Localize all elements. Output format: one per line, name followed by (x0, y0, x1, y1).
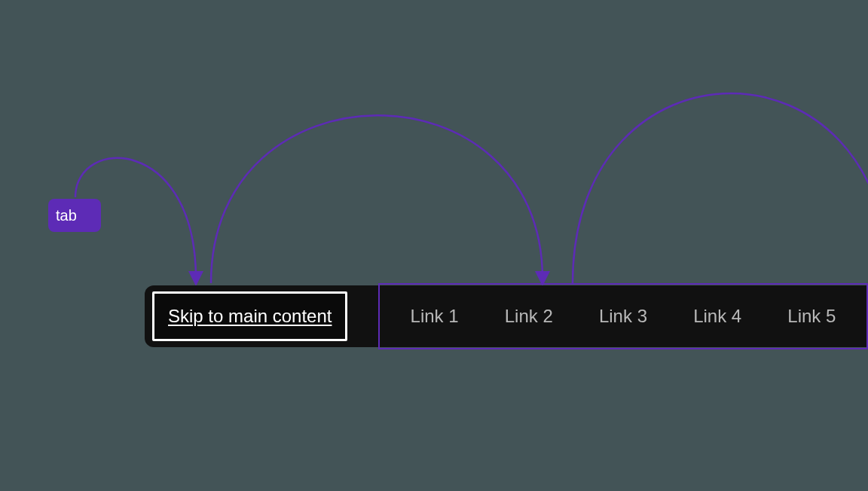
arc-links-to-main (573, 93, 868, 283)
nav-link-3[interactable]: Link 3 (599, 306, 647, 327)
tab-key-label: tab (56, 207, 77, 224)
nav-link-4[interactable]: Link 4 (693, 306, 741, 327)
skip-to-main-button[interactable]: Skip to main content (152, 291, 347, 341)
tab-flow-arcs (0, 0, 868, 491)
arc-skip-to-links (211, 115, 542, 283)
nav-link-5[interactable]: Link 5 (787, 306, 836, 327)
nav-link-1[interactable]: Link 1 (411, 306, 459, 327)
nav-link-2[interactable]: Link 2 (505, 306, 553, 327)
skip-to-main-label: Skip to main content (168, 306, 332, 327)
nav-links-highlight: Link 1 Link 2 Link 3 Link 4 Link 5 (378, 283, 868, 349)
tab-key-badge: tab (48, 199, 101, 232)
